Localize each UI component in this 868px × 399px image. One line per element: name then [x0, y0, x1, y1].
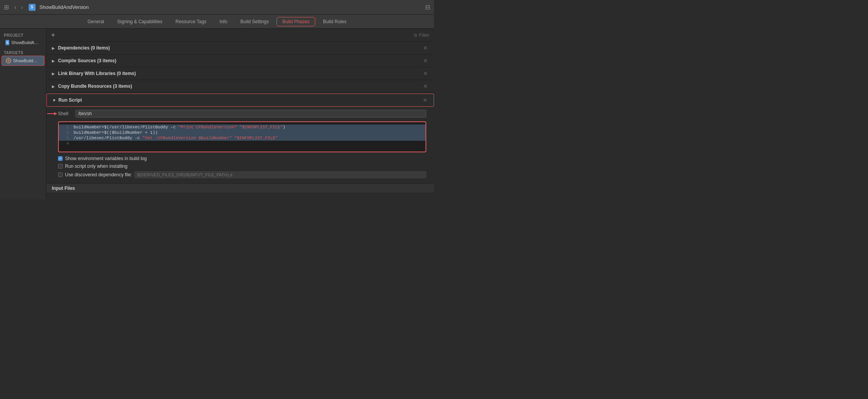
- target-icon: [6, 58, 11, 64]
- link-close-button[interactable]: ✕: [422, 70, 429, 77]
- project-file-icon: S: [5, 40, 9, 45]
- run-script-title: Run Script: [58, 97, 82, 103]
- tab-general[interactable]: General: [82, 17, 109, 26]
- input-files-header[interactable]: Input Files: [46, 183, 434, 193]
- dep-file-input[interactable]: [134, 171, 426, 178]
- compile-phase: ▶ Compile Sources (3 items) ✕: [46, 55, 434, 67]
- shell-arrow: [46, 111, 57, 116]
- project-section-label: PROJECT: [0, 32, 46, 38]
- copy-title: Copy Bundle Resources (3 items): [58, 84, 132, 89]
- content-toolbar: + ⊜ Filter: [46, 29, 434, 42]
- project-item-label: ShowBuildAndVers...: [11, 40, 41, 45]
- line-code-3: /usr/libexec/PlistBuddy -c "Set :CFBundl…: [73, 136, 278, 140]
- link-header[interactable]: ▶ Link Binary With Libraries (0 items) ✕: [46, 67, 434, 80]
- use-dep-row: Use discovered dependency file:: [58, 170, 426, 179]
- code-line-1: 1 buildNumber=$(/usr/libexec/PlistBuddy …: [59, 124, 425, 130]
- tab-build-settings[interactable]: Build Settings: [235, 17, 274, 26]
- line-number-1: 1: [61, 125, 69, 130]
- dependencies-phase: ▶ Dependencies (0 items) ✕: [46, 42, 434, 55]
- line-code-1: buildNumber=$(/usr/libexec/PlistBuddy -c…: [73, 125, 285, 130]
- dependencies-close-button[interactable]: ✕: [422, 45, 429, 51]
- line-number-2: 2: [61, 130, 69, 135]
- filter-icon: ⊜: [413, 32, 417, 38]
- copy-close-button[interactable]: ✕: [422, 83, 429, 89]
- use-dep-checkbox[interactable]: [58, 172, 63, 177]
- compile-header[interactable]: ▶ Compile Sources (3 items) ✕: [46, 55, 434, 67]
- compile-arrow: ▶: [52, 59, 56, 63]
- run-only-label: Run script only when installing: [65, 164, 127, 169]
- tab-build-rules[interactable]: Build Rules: [318, 17, 352, 26]
- main-layout: PROJECT S ShowBuildAndVers... TARGETS Sh…: [0, 29, 434, 200]
- code-line-3: 3 /usr/libexec/PlistBuddy -c "Set :CFBun…: [59, 135, 425, 141]
- code-line-2: 2 buildNumber=$(($buildNumber + 1)): [59, 130, 425, 135]
- target-item-label: ShowBuildAndVers...: [13, 58, 40, 63]
- code-editor[interactable]: 1 buildNumber=$(/usr/libexec/PlistBuddy …: [58, 121, 426, 152]
- copy-arrow: ▶: [52, 84, 56, 89]
- tab-bar: General Signing & Capabilities Resource …: [0, 15, 434, 29]
- dependencies-arrow: ▶: [52, 46, 56, 50]
- tab-signing[interactable]: Signing & Capabilities: [112, 17, 168, 26]
- link-phase: ▶ Link Binary With Libraries (0 items) ✕: [46, 67, 434, 80]
- back-button[interactable]: ‹: [13, 3, 18, 12]
- titlebar: ⊞ ‹ › S ShowBuildAndVersion ⊟: [0, 0, 434, 15]
- show-env-row: ✓ Show environment variables in build lo…: [58, 155, 426, 162]
- shell-input[interactable]: [75, 110, 426, 118]
- shell-label: Shell: [58, 111, 72, 116]
- sidebar-item-target[interactable]: ShowBuildAndVers...: [2, 56, 44, 66]
- dependencies-header[interactable]: ▶ Dependencies (0 items) ✕: [46, 42, 434, 54]
- script-content: Shell 1 buildNumber=$(/usr/libexec/Plist…: [46, 107, 434, 183]
- svg-marker-4: [54, 112, 57, 115]
- forward-button[interactable]: ›: [19, 3, 24, 12]
- project-file-icon: S: [29, 4, 36, 11]
- content-area: + ⊜ Filter ▶ Dependencies (0 items) ✕ ▶ …: [46, 29, 434, 200]
- sidebar: PROJECT S ShowBuildAndVers... TARGETS Sh…: [0, 29, 46, 200]
- copy-header[interactable]: ▶ Copy Bundle Resources (3 items) ✕: [46, 80, 434, 92]
- filter-label: Filter: [419, 32, 429, 38]
- compile-title: Compile Sources (3 items): [58, 58, 116, 63]
- grid-icon[interactable]: ⊞: [4, 3, 9, 11]
- use-dep-label: Use discovered dependency file:: [65, 172, 132, 177]
- targets-section-label: TARGETS: [0, 49, 46, 56]
- shell-row: Shell: [58, 107, 426, 120]
- dependencies-title: Dependencies (0 items): [58, 45, 110, 51]
- tab-info[interactable]: Info: [214, 17, 233, 26]
- line-code-4: [73, 141, 76, 146]
- add-phase-button[interactable]: +: [51, 32, 55, 39]
- window-control-icon[interactable]: ⊟: [425, 3, 430, 11]
- line-code-2: buildNumber=$(($buildNumber + 1)): [73, 130, 158, 135]
- link-title: Link Binary With Libraries (0 items): [58, 71, 136, 76]
- filter-area: ⊜ Filter: [413, 32, 429, 38]
- run-script-phase: ▼ Run Script ✕ Shell: [46, 94, 434, 193]
- nav-arrows: ‹ ›: [13, 3, 25, 12]
- tab-build-phases[interactable]: Build Phases: [277, 17, 315, 26]
- run-only-installing-row: Run script only when installing: [58, 162, 426, 170]
- show-env-label: Show environment variables in build log: [65, 156, 147, 161]
- compile-close-button[interactable]: ✕: [422, 58, 429, 64]
- line-number-3: 3: [61, 136, 69, 140]
- link-arrow: ▶: [52, 72, 56, 76]
- run-script-arrow: ▼: [52, 98, 56, 102]
- code-line-4: 4: [59, 141, 425, 146]
- tab-resource-tags[interactable]: Resource Tags: [170, 17, 212, 26]
- run-script-close-button[interactable]: ✕: [422, 97, 428, 103]
- sidebar-item-project[interactable]: S ShowBuildAndVers...: [2, 38, 44, 47]
- show-env-checkbox[interactable]: ✓: [58, 156, 63, 161]
- run-only-checkbox[interactable]: [58, 164, 63, 169]
- window-title: ShowBuildAndVersion: [39, 4, 89, 10]
- copy-phase: ▶ Copy Bundle Resources (3 items) ✕: [46, 80, 434, 93]
- run-script-header[interactable]: ▼ Run Script ✕: [46, 94, 434, 107]
- line-number-4: 4: [61, 141, 69, 146]
